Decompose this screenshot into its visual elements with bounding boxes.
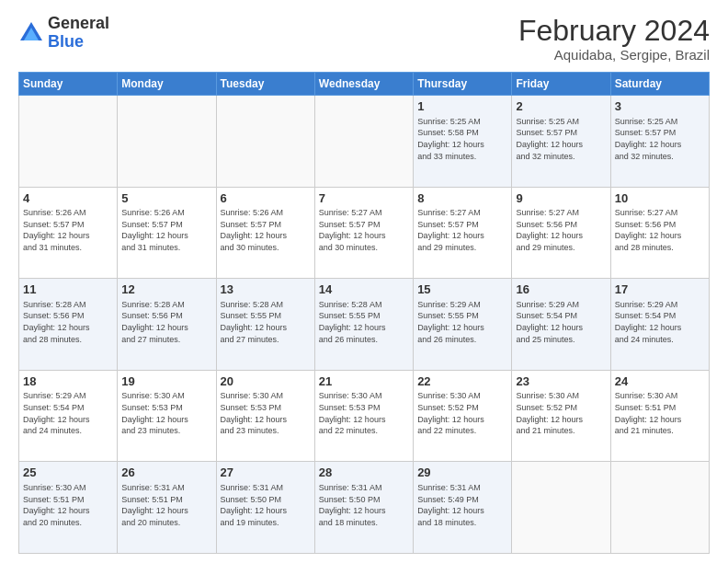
logo: General Blue xyxy=(18,15,109,52)
day-cell: 10Sunrise: 5:27 AM Sunset: 5:56 PM Dayli… xyxy=(610,187,709,279)
day-info: Sunrise: 5:27 AM Sunset: 5:56 PM Dayligh… xyxy=(615,207,705,253)
day-cell: 29Sunrise: 5:31 AM Sunset: 5:49 PM Dayli… xyxy=(414,462,512,554)
weekday-row: SundayMondayTuesdayWednesdayThursdayFrid… xyxy=(19,73,710,96)
day-number: 10 xyxy=(615,190,705,207)
day-cell: 3Sunrise: 5:25 AM Sunset: 5:57 PM Daylig… xyxy=(610,96,709,188)
day-cell: 15Sunrise: 5:29 AM Sunset: 5:55 PM Dayli… xyxy=(414,279,512,371)
day-cell: 25Sunrise: 5:30 AM Sunset: 5:51 PM Dayli… xyxy=(19,462,118,554)
day-number: 13 xyxy=(221,282,311,298)
day-cell: 14Sunrise: 5:28 AM Sunset: 5:55 PM Dayli… xyxy=(314,279,413,371)
day-number: 2 xyxy=(516,98,606,115)
day-info: Sunrise: 5:25 AM Sunset: 5:58 PM Dayligh… xyxy=(417,116,507,162)
day-info: Sunrise: 5:25 AM Sunset: 5:57 PM Dayligh… xyxy=(516,116,606,162)
day-info: Sunrise: 5:30 AM Sunset: 5:53 PM Dayligh… xyxy=(121,390,211,436)
day-info: Sunrise: 5:30 AM Sunset: 5:52 PM Dayligh… xyxy=(516,390,606,436)
day-info: Sunrise: 5:29 AM Sunset: 5:54 PM Dayligh… xyxy=(615,299,705,345)
day-number: 1 xyxy=(417,98,507,115)
week-row-2: 4Sunrise: 5:26 AM Sunset: 5:57 PM Daylig… xyxy=(19,187,710,279)
weekday-monday: Monday xyxy=(118,73,216,96)
day-number: 16 xyxy=(516,282,606,298)
page: General Blue February 2024 Aquidaba, Ser… xyxy=(0,0,728,563)
day-cell: 9Sunrise: 5:27 AM Sunset: 5:56 PM Daylig… xyxy=(512,187,610,279)
day-cell: 16Sunrise: 5:29 AM Sunset: 5:54 PM Dayli… xyxy=(512,279,610,371)
day-cell: 17Sunrise: 5:29 AM Sunset: 5:54 PM Dayli… xyxy=(610,279,709,371)
day-cell: 8Sunrise: 5:27 AM Sunset: 5:57 PM Daylig… xyxy=(414,187,512,279)
day-info: Sunrise: 5:31 AM Sunset: 5:50 PM Dayligh… xyxy=(319,482,409,528)
day-info: Sunrise: 5:30 AM Sunset: 5:51 PM Dayligh… xyxy=(23,482,113,528)
day-number: 8 xyxy=(417,190,507,207)
day-number: 12 xyxy=(121,282,211,298)
day-info: Sunrise: 5:31 AM Sunset: 5:50 PM Dayligh… xyxy=(221,482,311,528)
day-info: Sunrise: 5:25 AM Sunset: 5:57 PM Dayligh… xyxy=(615,116,705,162)
day-info: Sunrise: 5:26 AM Sunset: 5:57 PM Dayligh… xyxy=(23,207,113,253)
header: General Blue February 2024 Aquidaba, Ser… xyxy=(18,15,710,63)
month-title: February 2024 xyxy=(518,15,710,47)
day-number: 27 xyxy=(221,465,311,481)
day-cell: 18Sunrise: 5:29 AM Sunset: 5:54 PM Dayli… xyxy=(19,370,118,462)
day-info: Sunrise: 5:28 AM Sunset: 5:55 PM Dayligh… xyxy=(221,299,311,345)
day-cell: 1Sunrise: 5:25 AM Sunset: 5:58 PM Daylig… xyxy=(414,96,512,188)
day-cell: 5Sunrise: 5:26 AM Sunset: 5:57 PM Daylig… xyxy=(118,187,216,279)
day-number: 20 xyxy=(221,373,311,390)
weekday-wednesday: Wednesday xyxy=(314,73,413,96)
day-cell xyxy=(512,462,610,554)
day-cell: 11Sunrise: 5:28 AM Sunset: 5:56 PM Dayli… xyxy=(19,279,118,371)
logo-icon xyxy=(18,20,44,46)
day-cell: 2Sunrise: 5:25 AM Sunset: 5:57 PM Daylig… xyxy=(512,96,610,188)
calendar-body: 1Sunrise: 5:25 AM Sunset: 5:58 PM Daylig… xyxy=(19,96,710,554)
day-cell: 21Sunrise: 5:30 AM Sunset: 5:53 PM Dayli… xyxy=(314,370,413,462)
weekday-saturday: Saturday xyxy=(610,73,709,96)
day-number: 9 xyxy=(516,190,606,207)
day-number: 18 xyxy=(23,373,113,390)
day-cell: 13Sunrise: 5:28 AM Sunset: 5:55 PM Dayli… xyxy=(216,279,314,371)
day-cell: 7Sunrise: 5:27 AM Sunset: 5:57 PM Daylig… xyxy=(314,187,413,279)
day-cell: 22Sunrise: 5:30 AM Sunset: 5:52 PM Dayli… xyxy=(414,370,512,462)
day-info: Sunrise: 5:29 AM Sunset: 5:54 PM Dayligh… xyxy=(516,299,606,345)
week-row-3: 11Sunrise: 5:28 AM Sunset: 5:56 PM Dayli… xyxy=(19,279,710,371)
weekday-thursday: Thursday xyxy=(414,73,512,96)
day-number: 15 xyxy=(417,282,507,298)
weekday-sunday: Sunday xyxy=(19,73,118,96)
logo-general: General xyxy=(48,14,109,32)
week-row-5: 25Sunrise: 5:30 AM Sunset: 5:51 PM Dayli… xyxy=(19,462,710,554)
logo-text: General Blue xyxy=(48,15,109,52)
day-info: Sunrise: 5:28 AM Sunset: 5:55 PM Dayligh… xyxy=(319,299,409,345)
day-cell: 26Sunrise: 5:31 AM Sunset: 5:51 PM Dayli… xyxy=(118,462,216,554)
calendar-header: SundayMondayTuesdayWednesdayThursdayFrid… xyxy=(19,73,710,96)
day-number: 6 xyxy=(221,190,311,207)
day-cell xyxy=(19,96,118,188)
day-info: Sunrise: 5:31 AM Sunset: 5:49 PM Dayligh… xyxy=(417,482,507,528)
day-cell: 4Sunrise: 5:26 AM Sunset: 5:57 PM Daylig… xyxy=(19,187,118,279)
day-info: Sunrise: 5:30 AM Sunset: 5:53 PM Dayligh… xyxy=(221,390,311,436)
week-row-1: 1Sunrise: 5:25 AM Sunset: 5:58 PM Daylig… xyxy=(19,96,710,188)
calendar: SundayMondayTuesdayWednesdayThursdayFrid… xyxy=(18,72,710,554)
day-number: 7 xyxy=(319,190,409,207)
weekday-tuesday: Tuesday xyxy=(216,73,314,96)
day-info: Sunrise: 5:29 AM Sunset: 5:54 PM Dayligh… xyxy=(23,390,113,436)
day-number: 3 xyxy=(615,98,705,115)
day-number: 21 xyxy=(319,373,409,390)
day-info: Sunrise: 5:30 AM Sunset: 5:53 PM Dayligh… xyxy=(319,390,409,436)
day-cell xyxy=(118,96,216,188)
day-number: 25 xyxy=(23,465,113,481)
title-block: February 2024 Aquidaba, Sergipe, Brazil xyxy=(518,15,710,63)
day-cell xyxy=(216,96,314,188)
day-info: Sunrise: 5:27 AM Sunset: 5:57 PM Dayligh… xyxy=(417,207,507,253)
week-row-4: 18Sunrise: 5:29 AM Sunset: 5:54 PM Dayli… xyxy=(19,370,710,462)
day-number: 19 xyxy=(121,373,211,390)
day-number: 23 xyxy=(516,373,606,390)
day-number: 4 xyxy=(23,190,113,207)
day-cell: 27Sunrise: 5:31 AM Sunset: 5:50 PM Dayli… xyxy=(216,462,314,554)
day-info: Sunrise: 5:28 AM Sunset: 5:56 PM Dayligh… xyxy=(121,299,211,345)
day-cell xyxy=(610,462,709,554)
logo-blue: Blue xyxy=(48,32,84,51)
day-info: Sunrise: 5:28 AM Sunset: 5:56 PM Dayligh… xyxy=(23,299,113,345)
day-cell: 20Sunrise: 5:30 AM Sunset: 5:53 PM Dayli… xyxy=(216,370,314,462)
day-number: 24 xyxy=(615,373,705,390)
day-info: Sunrise: 5:26 AM Sunset: 5:57 PM Dayligh… xyxy=(121,207,211,253)
day-cell: 6Sunrise: 5:26 AM Sunset: 5:57 PM Daylig… xyxy=(216,187,314,279)
day-info: Sunrise: 5:27 AM Sunset: 5:56 PM Dayligh… xyxy=(516,207,606,253)
day-cell: 28Sunrise: 5:31 AM Sunset: 5:50 PM Dayli… xyxy=(314,462,413,554)
day-number: 14 xyxy=(319,282,409,298)
day-number: 28 xyxy=(319,465,409,481)
